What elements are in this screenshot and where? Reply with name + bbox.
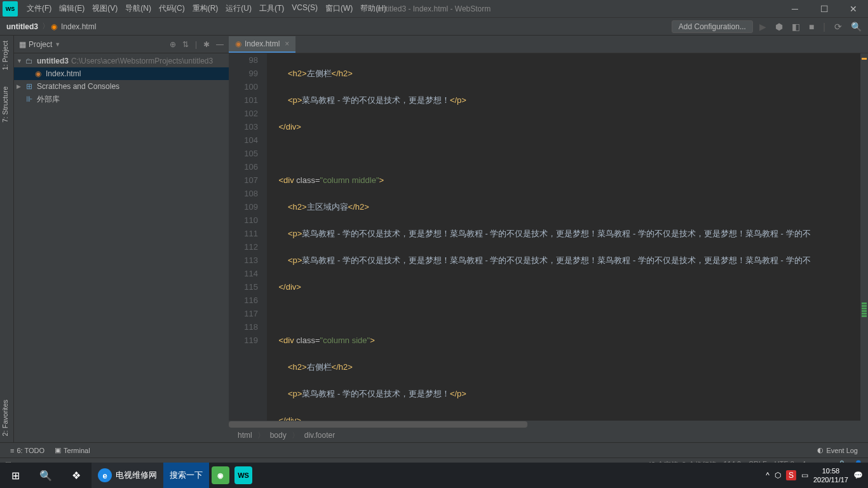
- expand-arrow-icon[interactable]: ▶: [17, 83, 24, 90]
- debug-icon[interactable]: ⬢: [773, 22, 785, 32]
- app-logo: WS: [3, 1, 18, 17]
- html-file-icon: ◉: [33, 69, 43, 78]
- expand-arrow-icon[interactable]: ▼: [17, 58, 24, 64]
- task-view-button[interactable]: ❖: [61, 463, 92, 488]
- project-panel-title[interactable]: ▦ Project ▼: [19, 40, 60, 49]
- hide-icon[interactable]: —: [216, 40, 224, 49]
- run-icon[interactable]: ▶: [757, 22, 769, 32]
- menu-tools[interactable]: 工具(T): [255, 1, 288, 17]
- collapse-all-icon[interactable]: |: [195, 40, 197, 49]
- html-file-icon: ◉: [235, 39, 241, 48]
- terminal-icon: ▣: [55, 446, 61, 454]
- code-editor[interactable]: <h2>左侧栏</h2> <p>菜鸟教程 - 学的不仅是技术，更是梦想！</p>…: [267, 53, 860, 421]
- minimize-button[interactable]: ─: [780, 0, 810, 18]
- menu-file[interactable]: 文件(F): [23, 1, 55, 17]
- error-stripe[interactable]: [860, 53, 868, 421]
- html-file-icon: ◉: [51, 22, 57, 31]
- add-configuration-button[interactable]: Add Configuration...: [672, 20, 753, 33]
- menu-edit[interactable]: 编辑(E): [55, 1, 88, 17]
- taskbar-search-button[interactable]: 搜索一下: [163, 463, 209, 488]
- close-button[interactable]: ✕: [839, 0, 868, 18]
- line-number-gutter: 9899100101102103104105106107108109110111…: [229, 53, 267, 421]
- git-update-icon[interactable]: ⟳: [832, 22, 844, 32]
- project-icon: ▦: [19, 40, 26, 49]
- settings-icon[interactable]: ✱: [203, 40, 210, 49]
- editor-breadcrumbs[interactable]: html〉body〉div.footer: [229, 428, 868, 442]
- chevron-right-icon: 〉: [41, 21, 51, 32]
- tray-expand-icon[interactable]: ^: [766, 471, 770, 480]
- menu-navigate[interactable]: 导航(N): [121, 1, 155, 17]
- window-title: untitled3 - Index.html - WebStorm: [377, 4, 491, 13]
- tray-ime-icon[interactable]: S: [786, 470, 796, 480]
- favorites-tool-tab[interactable]: 2: Favorites: [0, 395, 10, 441]
- project-tool-tab[interactable]: 1: Project: [0, 36, 10, 75]
- stop-icon[interactable]: ■: [806, 22, 817, 32]
- coverage-icon[interactable]: ◧: [789, 22, 803, 32]
- breadcrumb-project[interactable]: untitled3: [4, 22, 41, 31]
- horizontal-scrollbar[interactable]: [229, 421, 868, 428]
- scratches-icon: ⊞: [24, 82, 34, 91]
- close-tab-icon[interactable]: ×: [285, 39, 289, 48]
- terminal-tool-tab[interactable]: ▣Terminal: [50, 446, 95, 454]
- breadcrumb-file[interactable]: Index.html: [58, 22, 98, 31]
- tray-battery-icon[interactable]: ▭: [801, 471, 808, 480]
- windows-search-button[interactable]: 🔍: [31, 463, 61, 488]
- menu-code[interactable]: 代码(C): [155, 1, 189, 17]
- expand-all-icon[interactable]: ⇅: [182, 40, 189, 49]
- tree-project-root[interactable]: ▼ 🗀 untitled3 C:\Users\acer\WebstormProj…: [14, 55, 229, 67]
- menu-run[interactable]: 运行(U): [222, 1, 255, 17]
- main-menu: 文件(F) 编辑(E) 视图(V) 导航(N) 代码(C) 重构(R) 运行(U…: [23, 1, 390, 17]
- editor-tab-index[interactable]: ◉ Index.html ×: [229, 36, 295, 53]
- dropdown-icon: ▼: [55, 41, 60, 48]
- tray-nvidia-icon[interactable]: ⬡: [775, 471, 781, 480]
- menu-window[interactable]: 窗口(W): [322, 1, 356, 17]
- ie-icon: e: [98, 468, 112, 482]
- menu-refactor[interactable]: 重构(R): [189, 1, 222, 17]
- taskbar-app-360[interactable]: ◉: [212, 466, 229, 484]
- speech-bubble-icon: ◐: [817, 446, 824, 454]
- tree-external-libs[interactable]: ⊪ 外部库: [14, 93, 229, 105]
- menu-view[interactable]: 视图(V): [88, 1, 121, 17]
- list-icon: ≡: [10, 447, 14, 454]
- event-log-button[interactable]: ◐Event Log: [812, 446, 863, 454]
- menu-vcs[interactable]: VCS(S): [288, 1, 322, 17]
- structure-tool-tab[interactable]: 7: Structure: [0, 81, 10, 128]
- library-icon: ⊪: [24, 95, 34, 104]
- taskbar-app-browser[interactable]: e 电视维修网: [92, 463, 163, 488]
- folder-icon: 🗀: [24, 57, 34, 65]
- scrollbar-thumb[interactable]: [229, 421, 527, 428]
- notifications-icon[interactable]: 💬: [853, 471, 863, 480]
- maximize-button[interactable]: ☐: [810, 0, 839, 18]
- select-opened-file-icon[interactable]: ⊕: [170, 40, 176, 49]
- taskbar-clock[interactable]: 10:582020/11/17: [813, 466, 848, 484]
- tree-scratches[interactable]: ▶ ⊞ Scratches and Consoles: [14, 80, 229, 93]
- search-everywhere-icon[interactable]: 🔍: [848, 22, 864, 32]
- todo-tool-tab[interactable]: ≡6: TODO: [5, 447, 50, 454]
- taskbar-app-webstorm[interactable]: WS: [234, 466, 252, 484]
- windows-start-button[interactable]: ⊞: [0, 463, 31, 488]
- tree-file-index[interactable]: ◉ Index.html: [14, 67, 229, 80]
